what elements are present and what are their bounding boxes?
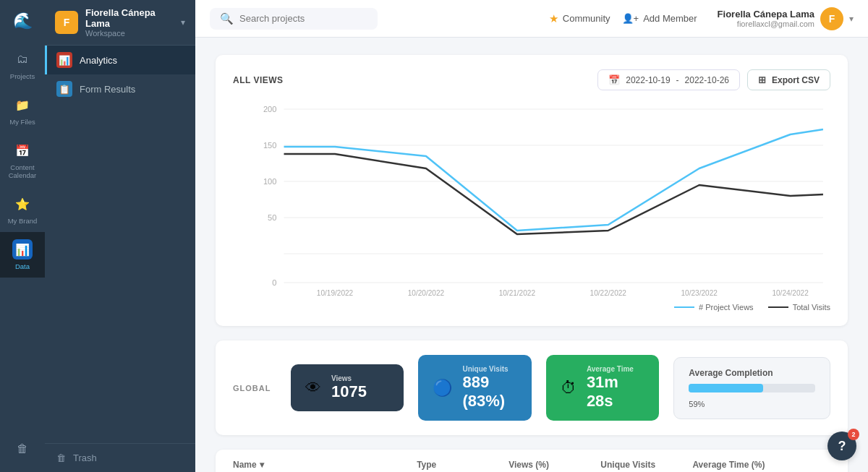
nav-item-form-results[interactable]: 📋 Form Results	[45, 74, 195, 103]
user-info: Fiorella Cánepa Lama fiorellaxcl@gmail.c…	[718, 7, 854, 30]
sidebar-item-projects[interactable]: 🗂 Projects	[0, 42, 45, 87]
avgtime-value: 31m 28s	[587, 373, 644, 411]
completion-bar-fill	[689, 384, 763, 392]
data-label: Data	[15, 262, 30, 270]
unique-value: 889 (83%)	[462, 373, 516, 411]
col-unique: Unique Visits	[600, 460, 692, 470]
search-input[interactable]	[239, 13, 367, 24]
workspace-chevron: ▾	[181, 17, 185, 27]
unique-icon: 🔵	[433, 379, 452, 398]
col-views: Views (%)	[509, 460, 600, 470]
sidebar-item-myfiles[interactable]: 📁 My Files	[0, 87, 45, 133]
workspace-label: Workspace	[85, 29, 174, 38]
svg-text:200: 200	[263, 105, 276, 113]
svg-text:10/22/2022: 10/22/2022	[590, 289, 627, 297]
legend-total-visits-label: Total Visits	[793, 303, 830, 312]
unique-info: Unique Visits 889 (83%)	[462, 365, 516, 411]
col-type: Type	[417, 460, 509, 470]
completion-bar-bg	[689, 384, 815, 392]
export-label: Export CSV	[772, 75, 820, 85]
topbar: 🔍 ★ Community 👤+ Add Member Fiorella Cán…	[195, 0, 868, 38]
svg-text:10/21/2022: 10/21/2022	[499, 289, 536, 297]
svg-text:10/19/2022: 10/19/2022	[317, 289, 354, 297]
stat-card-avgtime: ⏱ Average Time 31m 28s	[546, 355, 659, 421]
analytics-nav-label: Analytics	[80, 55, 117, 66]
calendar-icon: 📅	[12, 140, 33, 160]
trash-icon: 🗑	[12, 439, 33, 459]
col-avgtime: Average Time (%)	[692, 460, 830, 470]
icon-sidebar: 🌊 🗂 Projects 📁 My Files 📅 Content Calend…	[0, 0, 45, 472]
user-chevron[interactable]: ▾	[849, 14, 854, 24]
stats-section: GLOBAL 👁 Views 1075 🔵 Unique Visits 889 …	[216, 340, 848, 435]
nav-item-analytics[interactable]: 📊 Analytics	[45, 46, 195, 74]
help-icon: ?	[838, 439, 846, 454]
help-button[interactable]: ? 2	[827, 432, 856, 460]
main-content: 🔍 ★ Community 👤+ Add Member Fiorella Cán…	[195, 0, 868, 472]
date-separator: -	[676, 75, 679, 85]
avgtime-info: Average Time 31m 28s	[587, 365, 644, 411]
star-icon: ★	[549, 12, 558, 25]
sort-icon: ▾	[260, 460, 264, 470]
unique-label: Unique Visits	[462, 365, 516, 373]
global-label: GLOBAL	[233, 384, 276, 392]
svg-text:10/24/2022: 10/24/2022	[772, 289, 809, 297]
community-button[interactable]: ★ Community	[549, 12, 610, 25]
user-email: fiorellaxcl@gmail.com	[718, 20, 814, 28]
svg-text:150: 150	[263, 141, 276, 150]
nav-trash[interactable]: 🗑 Trash	[45, 443, 195, 472]
user-details: Fiorella Cánepa Lama fiorellaxcl@gmail.c…	[718, 9, 814, 28]
calendar-icon: 📅	[608, 74, 620, 85]
workspace-header[interactable]: F Fiorella Cánepa Lama Workspace ▾	[45, 0, 195, 46]
table-header: Name ▾ Type Views (%) Unique Visits Aver…	[216, 450, 848, 472]
sidebar-item-mybrand[interactable]: ⭐ My Brand	[0, 186, 45, 232]
export-csv-button[interactable]: ⊞ Export CSV	[747, 69, 830, 90]
search-bar[interactable]: 🔍	[210, 8, 378, 30]
mybrand-label: My Brand	[8, 217, 38, 225]
stat-card-unique: 🔵 Unique Visits 889 (83%)	[418, 355, 531, 421]
col-name[interactable]: Name ▾	[233, 460, 417, 470]
stat-card-completion: Average Completion 59%	[673, 357, 830, 419]
chart-title: ALL VIEWS	[233, 75, 284, 85]
line-chart-svg: 200 150 100 50 0 10/19/2022 10/20/2022 1…	[233, 102, 830, 297]
svg-text:50: 50	[268, 213, 276, 222]
workspace-info: Fiorella Cánepa Lama Workspace	[85, 7, 174, 38]
workspace-user-name: Fiorella Cánepa Lama	[85, 7, 174, 29]
analytics-nav-icon: 📊	[56, 52, 72, 68]
content-area: ALL VIEWS 📅 2022-10-19 - 2022-10-26 ⊞ Ex…	[195, 38, 868, 472]
community-label: Community	[563, 13, 610, 24]
calendar-label: Content Calendar	[3, 163, 42, 179]
sidebar-item-calendar[interactable]: 📅 Content Calendar	[0, 133, 45, 186]
legend-line-blue	[674, 306, 694, 308]
trash-icon-nav: 🗑	[56, 452, 66, 463]
form-nav-label: Form Results	[80, 84, 135, 95]
avgtime-label: Average Time	[587, 365, 644, 373]
views-info: Views 1075	[331, 374, 367, 401]
sidebar-item-data[interactable]: 📊 Data	[0, 232, 45, 278]
workspace-avatar: F	[55, 11, 78, 34]
myfiles-icon: 📁	[12, 95, 33, 115]
add-member-button[interactable]: 👤+ Add Member	[622, 13, 697, 24]
stat-card-views: 👁 Views 1075	[291, 364, 404, 411]
chart-wrapper: 200 150 100 50 0 10/19/2022 10/20/2022 1…	[233, 102, 830, 297]
chart-legend: # Project Views Total Visits	[233, 303, 830, 312]
chart-controls: 📅 2022-10-19 - 2022-10-26 ⊞ Export CSV	[597, 69, 830, 90]
date-range-picker[interactable]: 📅 2022-10-19 - 2022-10-26	[597, 69, 740, 90]
nav-panel: F Fiorella Cánepa Lama Workspace ▾ 📊 Ana…	[45, 0, 195, 472]
user-avatar[interactable]: F	[820, 7, 843, 30]
completion-pct: 59%	[689, 400, 705, 408]
views-label: Views	[331, 374, 367, 382]
completion-bar-wrapper	[689, 384, 815, 392]
completion-label: Average Completion	[689, 368, 773, 378]
legend-project-views-label: # Project Views	[699, 303, 754, 312]
data-icon: 📊	[12, 239, 33, 259]
svg-text:10/23/2022: 10/23/2022	[681, 289, 718, 297]
myfiles-label: My Files	[9, 118, 35, 126]
date-end: 2022-10-26	[685, 75, 729, 85]
legend-project-views: # Project Views	[674, 303, 754, 312]
legend-line-dark	[768, 306, 788, 308]
sidebar-item-trash[interactable]: 🗑	[0, 432, 45, 466]
trash-label: Trash	[73, 452, 97, 463]
mybrand-icon: ⭐	[12, 194, 33, 214]
help-badge: 2	[848, 429, 859, 440]
add-member-label: Add Member	[643, 13, 697, 24]
